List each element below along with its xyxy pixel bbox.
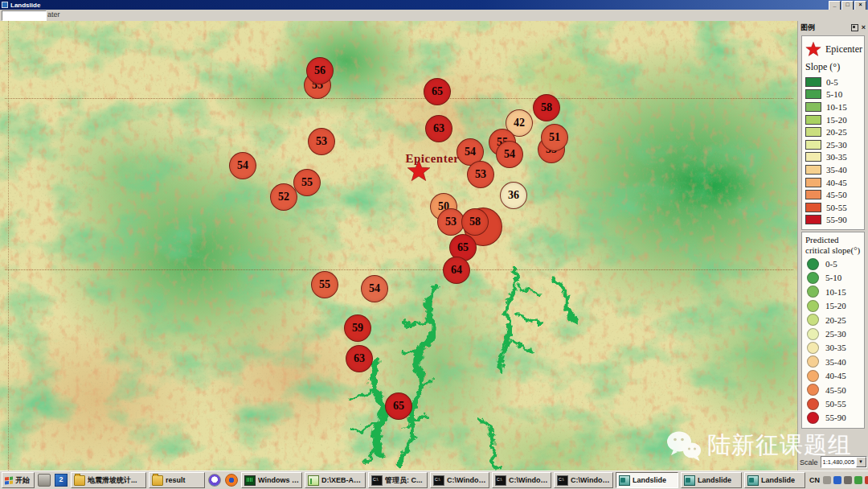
slope-marker[interactable]: 65 bbox=[385, 392, 412, 420]
taskbar-button[interactable]: Landslide bbox=[681, 472, 742, 488]
taskmgr-icon bbox=[244, 475, 256, 486]
legend-bin-label: 55-90 bbox=[826, 215, 847, 224]
slope-marker[interactable]: 53 bbox=[308, 128, 335, 155]
powershell-icon[interactable]: 2 bbox=[55, 474, 68, 487]
share-circle-icon[interactable] bbox=[208, 474, 221, 487]
legend-bin-label: 55-90 bbox=[825, 413, 846, 422]
graticule-line bbox=[5, 269, 793, 270]
legend-bin-label: 40-45 bbox=[826, 178, 847, 187]
legend-swatch bbox=[807, 384, 819, 396]
legend-epicenter-star-icon bbox=[805, 41, 821, 57]
slope-marker[interactable]: 63 bbox=[346, 345, 373, 372]
critical-legend-title: Predicted critical slope(°) bbox=[805, 235, 862, 255]
slope-marker[interactable]: 53 bbox=[467, 161, 494, 188]
legend-bin-row: 20-25 bbox=[805, 125, 862, 138]
alert-icon[interactable] bbox=[865, 476, 868, 484]
volume-icon[interactable] bbox=[844, 476, 852, 484]
slope-marker[interactable]: 53 bbox=[437, 208, 465, 236]
title-bar: Landslide _ □ × bbox=[0, 0, 868, 10]
slope-marker[interactable]: 58 bbox=[461, 208, 489, 236]
taskbar-button[interactable]: C:\Windows... bbox=[430, 472, 489, 488]
legend-bin-row: 5-10 bbox=[805, 88, 862, 101]
start-button[interactable]: 开始 bbox=[2, 472, 35, 488]
taskbar-button[interactable]: Windows 任... bbox=[241, 472, 302, 488]
system-tray: CN 14:47 2022/9/5 bbox=[808, 474, 868, 487]
scale-combo[interactable]: 1:1,480,005 ▼ bbox=[821, 456, 867, 468]
taskbar-button-label: C:\Windows... bbox=[571, 476, 610, 484]
taskbar-button-label: C:\Windows... bbox=[447, 476, 486, 484]
language-indicator[interactable]: CN bbox=[809, 476, 820, 484]
taskbar-button[interactable]: result bbox=[149, 472, 205, 488]
pin-icon[interactable] bbox=[851, 24, 858, 31]
slope-legend-bins: 0-55-1010-1515-2020-2525-3030-3535-4040-… bbox=[805, 76, 862, 226]
slope-marker[interactable]: 64 bbox=[443, 257, 470, 284]
map-canvas[interactable]: 5556655842635355555154545453555236505358… bbox=[0, 21, 797, 471]
update-icon[interactable] bbox=[833, 476, 841, 484]
legend-bin-row: 20-25 bbox=[805, 313, 862, 327]
slope-marker[interactable]: 58 bbox=[533, 94, 560, 121]
app-d-icon bbox=[308, 475, 319, 486]
legend-swatch bbox=[805, 178, 821, 187]
slope-marker[interactable]: 52 bbox=[270, 183, 297, 211]
legend-bin-row: 5-10 bbox=[805, 271, 862, 285]
taskbar-button[interactable]: Landslide bbox=[616, 472, 678, 488]
slope-marker[interactable]: 36 bbox=[500, 182, 527, 209]
legend-bin-label: 50-55 bbox=[825, 399, 846, 409]
taskbar-button[interactable]: C:\Windows... bbox=[554, 472, 613, 488]
slope-legend-box: Epicenter Slope (°) 0-55-1010-1515-2020-… bbox=[801, 35, 865, 230]
taskbar-button-label: D:\XEB-ACT... bbox=[321, 476, 362, 484]
scale-dropdown-icon[interactable]: ▼ bbox=[856, 457, 866, 467]
legend-bin-label: 5-10 bbox=[826, 89, 842, 99]
legend-swatch bbox=[807, 314, 819, 326]
legend-swatch bbox=[805, 115, 821, 125]
cmd-icon bbox=[557, 475, 568, 486]
taskbar-button[interactable]: 管理员: C... bbox=[368, 472, 428, 488]
landslide-icon bbox=[619, 475, 630, 486]
toolbar-text: ater bbox=[47, 10, 60, 18]
legend-swatch bbox=[805, 165, 821, 175]
taskbar-button[interactable]: C:\Windows... bbox=[492, 472, 551, 488]
legend-swatch bbox=[807, 328, 819, 340]
slope-marker[interactable]: 54 bbox=[496, 141, 523, 168]
legend-bin-label: 15-20 bbox=[825, 301, 846, 310]
scale-label: Scale bbox=[800, 458, 818, 466]
antivirus-icon[interactable] bbox=[854, 476, 862, 484]
legend-bin-row: 25-30 bbox=[805, 138, 862, 151]
slope-marker[interactable]: 55 bbox=[311, 271, 338, 298]
scale-control: Scale 1:1,480,005 ▼ bbox=[800, 456, 867, 468]
legend-bin-row: 55-90 bbox=[805, 214, 862, 227]
legend-bin-row: 10-15 bbox=[805, 285, 862, 298]
layer-combo[interactable] bbox=[2, 10, 47, 21]
slope-marker[interactable]: 65 bbox=[424, 78, 451, 105]
legend-panel-header: 图例 × bbox=[798, 21, 868, 34]
slope-marker[interactable]: 63 bbox=[425, 115, 452, 142]
legend-swatch bbox=[807, 342, 819, 354]
slope-marker[interactable]: 59 bbox=[344, 314, 371, 342]
legend-bin-label: 30-35 bbox=[826, 152, 847, 162]
taskbar-button[interactable]: D:\XEB-ACT... bbox=[305, 472, 366, 488]
legend-bin-label: 20-25 bbox=[825, 315, 846, 325]
legend-bin-row: 35-40 bbox=[805, 355, 862, 368]
graticule-line bbox=[8, 21, 9, 471]
taskbar-button[interactable]: 地震滑坡统计... bbox=[71, 472, 146, 488]
slope-marker[interactable]: 55 bbox=[293, 169, 321, 196]
device-icon[interactable] bbox=[38, 474, 51, 487]
panel-close-icon[interactable]: × bbox=[862, 24, 866, 31]
scale-value: 1:1,480,005 bbox=[821, 458, 856, 466]
slope-marker[interactable]: 54 bbox=[229, 152, 256, 179]
firefox-icon[interactable] bbox=[225, 474, 238, 487]
legend-bin-label: 10-15 bbox=[826, 102, 847, 112]
taskbar-button[interactable]: Landslide bbox=[744, 472, 805, 488]
legend-swatch bbox=[805, 77, 821, 87]
slope-marker[interactable]: 56 bbox=[306, 57, 334, 84]
legend-bin-label: 10-15 bbox=[825, 287, 846, 297]
toolbar: ater bbox=[0, 10, 868, 22]
slope-marker[interactable]: 54 bbox=[361, 275, 388, 302]
printer-icon[interactable] bbox=[823, 476, 831, 484]
slope-marker[interactable]: 51 bbox=[541, 124, 568, 151]
legend-bin-row: 45-50 bbox=[805, 383, 862, 397]
legend-bin-row: 30-35 bbox=[805, 341, 862, 355]
folder-icon bbox=[152, 475, 163, 486]
legend-bin-label: 35-40 bbox=[826, 165, 847, 175]
legend-swatch bbox=[807, 398, 819, 410]
